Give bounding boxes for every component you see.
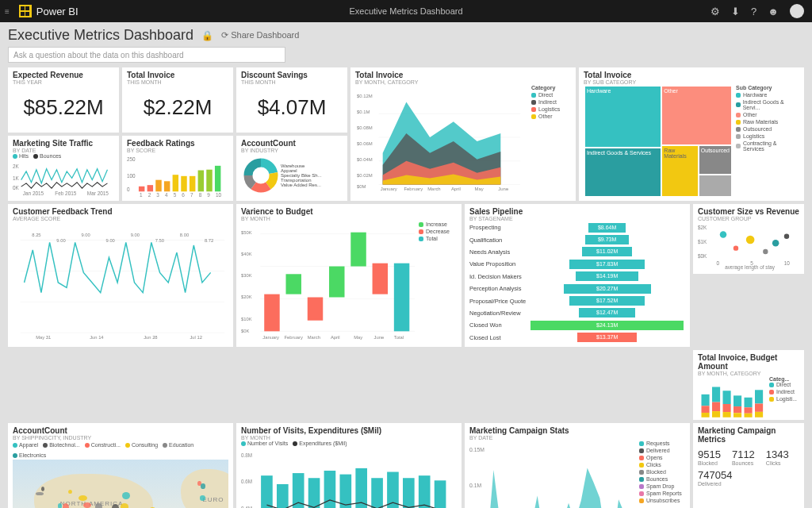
lock-icon: 🔒 [201,30,213,41]
svg-text:$0M: $0M [357,184,366,189]
svg-text:$0.12M: $0.12M [357,94,373,99]
legend-item: Contracting & Services [743,140,799,152]
svg-text:2K: 2K [13,164,20,169]
card-sub: BY DATE [469,435,685,441]
chart-campaign-stats[interactable]: Marketing Campaign Stats BY DATE 0.15M0.… [465,423,690,508]
smile-icon[interactable]: ☻ [768,6,779,17]
kpi-value: $2.22M [127,85,228,129]
svg-rect-34 [206,170,212,192]
legend-item: Spam Drop [646,483,674,489]
svg-point-97 [763,249,768,254]
svg-rect-82 [373,264,388,294]
chart-invoice-subcategory[interactable]: Total Invoice BY SUB CATEGORY Hardware I… [579,67,804,201]
svg-text:$0.06M: $0.06M [357,141,373,146]
metric-value: 747054 [698,469,732,481]
download-icon[interactable]: ⬇ [731,6,740,17]
svg-text:May: May [475,187,484,191]
card-title: Marketing Site Traffic [13,139,114,148]
qa-input[interactable]: Ask a question about the data on this da… [8,47,285,63]
svg-rect-106 [702,413,710,418]
svg-rect-133 [355,468,367,508]
chart-sales-pipeline[interactable]: Sales Pipeline BY STAGENAME ProspectingQ… [465,204,690,347]
card-campaign-metrics[interactable]: Marketing Campaign Metrics 9515Blocked 7… [693,423,804,508]
svg-rect-29 [164,181,170,191]
svg-text:June: June [498,187,509,191]
settings-icon[interactable]: ⚙ [710,6,720,17]
legend-item: Direct [538,92,553,98]
legend-item: Other [743,112,757,117]
kpi-total-invoice[interactable]: Total Invoice THIS MONTH $2.22M [122,67,233,133]
svg-text:Mar 2015: Mar 2015 [87,190,109,196]
legend-item: Total [426,236,438,241]
help-icon[interactable]: ? [751,6,756,17]
svg-text:0: 0 [716,260,719,266]
legend-title: Category [531,85,571,90]
legend-item: Indirect [538,99,557,105]
svg-text:$0K: $0K [698,253,707,259]
svg-rect-77 [264,294,279,332]
card-sub: BY STAGENAME [469,216,685,221]
svg-text:10: 10 [216,192,222,198]
kpi-discount-savings[interactable]: Discount Savings THIS MONTH $4.07M [236,67,347,133]
chart-size-vs-revenue[interactable]: Customer Size vs Revenue CUSTOMER GROUP … [693,204,804,274]
svg-rect-115 [733,413,741,417]
legend-item: Indirect Goods & Servi... [743,99,799,110]
svg-text:250: 250 [127,156,136,162]
svg-text:Total: Total [394,335,404,340]
svg-rect-121 [755,412,763,418]
card-title: Total Invoice [584,71,799,79]
chart-site-traffic[interactable]: Marketing Site Traffic BY DATE Hits Boun… [8,136,119,201]
svg-text:Jun 28: Jun 28 [144,335,157,340]
metric-label: Delivered [698,481,732,487]
svg-rect-26 [139,187,144,191]
kpi-value: $4.07M [241,85,343,129]
legend-item: Opens [646,455,663,460]
svg-rect-105 [702,406,710,413]
legend-item: Constructi... [91,442,121,448]
chart-feedback-ratings[interactable]: Feedback Ratings BY SCORE 2501000 123456… [122,136,233,201]
svg-rect-79 [308,298,323,321]
treemap-box [699,175,731,196]
legend-item: Outsourced [743,126,772,132]
svg-rect-111 [723,404,731,412]
svg-rect-108 [712,402,720,411]
svg-text:0.15M: 0.15M [469,447,485,452]
card-title: AccountCount [13,426,228,435]
chart-visits-expenditures[interactable]: Number of Visits, Expenditures ($Mil) BY… [236,423,462,508]
legend-item: Hits [19,153,29,159]
chart-feedback-trend[interactable]: Customer Feedback Trend AVERAGE SCORE Ma… [8,204,233,347]
svg-text:Feb 2015: Feb 2015 [55,190,76,196]
svg-rect-116 [745,398,753,407]
chart-account-industry[interactable]: AccountCount BY INDUSTRY Warehouse Appar… [236,136,347,201]
chart-budget-amount[interactable]: Total Invoice, Budget Amount BY MONTH, C… [693,350,804,420]
chart-variance-budget[interactable]: Varience to Budget BY MONTH $50K$40K$30K… [236,204,462,347]
share-button[interactable]: ⟳ Share Dashboard [221,30,299,40]
svg-text:8.72: 8.72 [205,238,213,243]
svg-rect-107 [712,387,720,402]
kpi-title: Expected Revenue [13,71,114,79]
legend-item: Requests [646,441,670,446]
card-title: Marketing Campaign Stats [469,426,685,435]
svg-text:March: March [427,187,441,191]
card-sub: BY SHIPPINGCITY, INDUSTRY [13,435,228,441]
card-title: Total Invoice [355,71,571,79]
kpi-expected-revenue[interactable]: Expected Revenue THIS YEAR $85.22M [8,67,119,133]
legend-item: Value Added Res... [281,183,343,187]
svg-rect-138 [435,480,446,508]
chart-account-map[interactable]: AccountCount BY SHIPPINGCITY, INDUSTRY A… [8,423,233,508]
svg-text:February: February [404,187,423,191]
legend-item: Expenditures ($Mil) [299,441,347,446]
legend-item: Clicks [646,462,661,468]
svg-rect-113 [733,395,741,406]
svg-text:$50K: $50K [241,230,252,235]
line-chart: May 31Jun 14 Jun 28Jul 12 8.259.009.009.… [13,221,228,344]
treemap-box: Other [662,87,731,144]
svg-text:8.25: 8.25 [32,233,40,237]
avatar[interactable] [790,4,804,18]
svg-rect-117 [745,407,753,413]
bar-chart: 2501000 12345678910 [127,153,228,198]
card-title: Total Invoice, Budget Amount [698,353,799,371]
menu-icon[interactable]: ≡ [0,7,14,16]
svg-text:May: May [354,335,362,340]
chart-invoice-category[interactable]: Total Invoice BY MONTH, CATEGORY $0.12M$… [350,67,576,201]
